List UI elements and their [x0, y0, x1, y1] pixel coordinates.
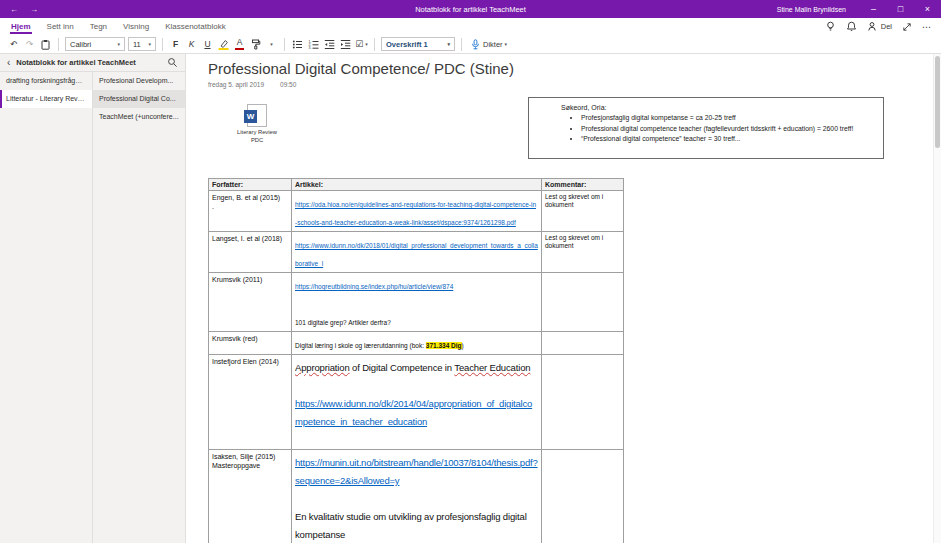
article-cell[interactable]: https://hogreutbildning.se/index.php/hu/… [292, 273, 542, 332]
dictate-button[interactable]: Dikter ▾ [470, 37, 507, 52]
bullet-list-button[interactable] [291, 37, 304, 52]
ribbon-tabs: HjemSett innTegnVisningKlassenotatblokk [0, 19, 233, 34]
article-link[interactable]: https://www.idunn.no/dk/2014/04/appropri… [295, 398, 532, 427]
tab-hjem[interactable]: Hjem [4, 19, 38, 34]
notebox-title: Søkeord, Oria: [561, 104, 877, 111]
more-options-icon[interactable]: ⋯ [922, 22, 931, 32]
microphone-icon [470, 39, 481, 50]
article-link[interactable]: https://oda.hioa.no/en/guidelines-and-re… [295, 201, 536, 226]
comment-cell[interactable] [542, 355, 624, 450]
font-color-letter: A [237, 38, 243, 47]
outdent-button[interactable] [323, 37, 336, 52]
article-cell[interactable]: Digital læring i skole og lærerutdanning… [292, 332, 542, 355]
article-cell[interactable]: Appropriation of Digital Competence in T… [292, 355, 542, 450]
close-button[interactable]: × [914, 0, 941, 18]
minimize-button[interactable]: – [860, 0, 887, 18]
page-item[interactable]: Professional Digital Co... [93, 90, 185, 108]
search-keywords-notebox[interactable]: Søkeord, Oria: Profesjonsfaglig digital … [528, 97, 884, 159]
article-text: Teacher Education [454, 362, 530, 373]
nav-forward-icon[interactable]: → [30, 5, 38, 14]
page-item[interactable]: TeachMeet (+unconfere... [93, 108, 185, 126]
tab-klassenotatblokk[interactable]: Klassenotatblokk [158, 19, 232, 34]
font-color-button[interactable]: A [233, 37, 246, 52]
author-cell[interactable]: Engen, B. et al (2015). [209, 191, 292, 232]
ribbon-right-actions: Del ⋯ [825, 21, 941, 32]
numbered-list-button[interactable]: 1.2.3. [307, 37, 320, 52]
search-icon[interactable] [167, 57, 178, 68]
paste-button[interactable] [39, 37, 52, 52]
chevron-down-icon: ▾ [117, 42, 120, 47]
comment-cell[interactable] [542, 450, 624, 543]
tab-tegn[interactable]: Tegn [83, 19, 114, 34]
comment-cell[interactable]: Lest og skrevet om i dokument [542, 191, 624, 232]
page-title[interactable]: Professional Digital Competence/ PDC (St… [208, 60, 514, 77]
scrollbar-thumb[interactable] [935, 56, 940, 148]
more-formatting-dropdown[interactable]: ▾ [265, 37, 278, 52]
author-cell[interactable]: Instefjord Elen (2014) [209, 355, 292, 450]
font-name-value: Calibri [70, 40, 91, 49]
chevron-down-icon: ▾ [270, 42, 273, 47]
article-link[interactable]: https://munin.uit.no/bitstream/handle/10… [295, 457, 538, 486]
article-text: 101 digitale grep? Artikler derfra? [295, 319, 391, 326]
page-canvas[interactable]: Professional Digital Competence/ PDC (St… [186, 54, 933, 543]
restore-button[interactable]: □ [887, 0, 914, 18]
font-name-select[interactable]: Calibri ▾ [65, 37, 125, 51]
author-cell[interactable]: Krumsvik (red) [209, 332, 292, 355]
article-link[interactable]: https://hogreutbildning.se/index.php/hu/… [295, 283, 453, 290]
article-cell[interactable]: https://oda.hioa.no/en/guidelines-and-re… [292, 191, 542, 232]
todo-tag-button[interactable]: ☑ ▾ [355, 37, 368, 52]
share-person-icon [867, 21, 878, 32]
share-button[interactable]: Del [867, 21, 892, 32]
notebox-bullet: “Professional digital competence” teache… [581, 134, 877, 145]
comment-cell[interactable] [542, 273, 624, 332]
author-cell[interactable]: Krumsvik (2011) [209, 273, 292, 332]
font-size-select[interactable]: 11 ▾ [128, 37, 156, 51]
italic-button[interactable]: K [185, 37, 198, 52]
titlebar-right: Stine Malin Brynildsen – □ × [777, 0, 941, 18]
article-cell[interactable]: https://www.idunn.no/dk/2018/01/digital_… [292, 232, 542, 273]
table-row: Krumsvik (red)Digital læring i skole og … [209, 332, 624, 355]
undo-button[interactable]: ↶ [7, 37, 20, 52]
tab-visning[interactable]: Visning [116, 19, 156, 34]
styles-select[interactable]: Overskrift 1 ▾ [381, 37, 455, 51]
redo-button[interactable]: ↷ [23, 37, 36, 52]
bold-button[interactable]: F [169, 37, 182, 52]
page-item[interactable]: Profesional Developm... [93, 72, 185, 90]
notebox-bullets: Profesjonsfaglig digital kompetanse = ca… [581, 113, 877, 145]
section-item[interactable]: Litteratur - Literary Review [0, 90, 92, 108]
app-body: ‹ Notatblokk for artikkel TeachMeet draf… [0, 54, 941, 543]
page-date-row: fredag 5. april 2019 09:50 [208, 81, 296, 88]
notebook-name[interactable]: Notatblokk for artikkel TeachMeet [16, 58, 161, 67]
article-text: of Digital Competence in [350, 362, 455, 373]
article-link[interactable]: https://www.idunn.no/dk/2018/01/digital_… [295, 242, 538, 267]
notifications-bell-icon[interactable] [846, 21, 857, 32]
table-row: Instefjord Elen (2014)Appropriation of D… [209, 355, 624, 450]
word-attachment[interactable]: W Literary Review PDC [230, 104, 284, 144]
underline-button[interactable]: U [201, 37, 214, 52]
indent-button[interactable] [339, 37, 352, 52]
article-text [295, 301, 297, 308]
article-cell[interactable]: https://munin.uit.no/bitstream/handle/10… [292, 450, 542, 543]
comment-cell[interactable] [542, 332, 624, 355]
article-text [295, 434, 298, 445]
vertical-scrollbar[interactable] [933, 54, 941, 543]
back-chevron-icon[interactable]: ‹ [7, 58, 10, 68]
tab-sett-inn[interactable]: Sett inn [40, 19, 81, 34]
table-row: Isaksen, Silje (2015)Masteroppgavehttps:… [209, 450, 624, 543]
ideas-lightbulb-icon[interactable] [825, 21, 836, 32]
author-cell[interactable]: Isaksen, Silje (2015)Masteroppgave [209, 450, 292, 543]
onenote-app: ← → Notatblokk for artikkel TeachMeet St… [0, 0, 941, 543]
highlight-button[interactable] [217, 37, 230, 52]
author-cell[interactable]: Langset, I. et al (2018) [209, 232, 292, 273]
notes-table-head: Forfatter:Artikkel:Kommentar: [209, 179, 624, 191]
fullscreen-icon[interactable] [902, 22, 912, 32]
format-painter-button[interactable] [249, 37, 262, 52]
page-date: fredag 5. april 2019 [208, 81, 264, 88]
notes-table: Forfatter:Artikkel:Kommentar: Engen, B. … [208, 178, 624, 543]
article-text [295, 383, 297, 390]
section-item[interactable]: drafting forskningsfrågor... [0, 72, 92, 90]
comment-cell[interactable]: Lest og skrevet om i dokument [542, 232, 624, 273]
attachment-label: Literary Review PDC [237, 129, 277, 144]
todo-checkbox-icon: ☑ [355, 39, 363, 49]
nav-back-icon[interactable]: ← [10, 5, 18, 14]
